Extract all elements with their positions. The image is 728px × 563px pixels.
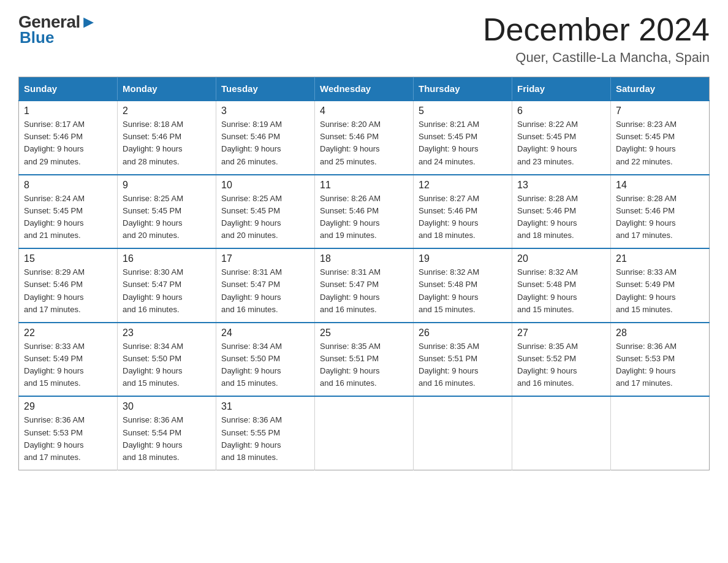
calendar-cell: 16Sunrise: 8:30 AMSunset: 5:47 PMDayligh… bbox=[118, 248, 216, 323]
col-thursday: Thursday bbox=[414, 77, 512, 101]
day-number: 15 bbox=[24, 253, 112, 264]
logo-arrow: ► bbox=[80, 12, 97, 31]
day-info: Sunrise: 8:21 AMSunset: 5:45 PMDaylight:… bbox=[419, 118, 507, 168]
day-info: Sunrise: 8:26 AMSunset: 5:46 PMDaylight:… bbox=[320, 193, 408, 242]
day-info: Sunrise: 8:36 AMSunset: 5:54 PMDaylight:… bbox=[123, 414, 211, 464]
calendar-cell: 12Sunrise: 8:27 AMSunset: 5:46 PMDayligh… bbox=[414, 175, 512, 249]
calendar-table: Sunday Monday Tuesday Wednesday Thursday… bbox=[18, 77, 710, 470]
day-number: 30 bbox=[123, 401, 211, 412]
calendar-cell bbox=[315, 396, 414, 470]
calendar-cell: 25Sunrise: 8:35 AMSunset: 5:51 PMDayligh… bbox=[315, 323, 414, 397]
main-title: December 2024 bbox=[483, 12, 710, 47]
day-number: 19 bbox=[419, 253, 507, 264]
calendar-cell: 13Sunrise: 8:28 AMSunset: 5:46 PMDayligh… bbox=[512, 175, 611, 249]
day-number: 26 bbox=[419, 327, 507, 339]
day-info: Sunrise: 8:25 AMSunset: 5:45 PMDaylight:… bbox=[123, 193, 211, 242]
col-wednesday: Wednesday bbox=[315, 77, 414, 101]
day-number: 27 bbox=[517, 327, 605, 339]
calendar-cell: 26Sunrise: 8:35 AMSunset: 5:51 PMDayligh… bbox=[414, 323, 512, 397]
day-info: Sunrise: 8:35 AMSunset: 5:51 PMDaylight:… bbox=[320, 340, 408, 390]
day-info: Sunrise: 8:32 AMSunset: 5:48 PMDaylight:… bbox=[419, 266, 507, 316]
day-info: Sunrise: 8:28 AMSunset: 5:46 PMDaylight:… bbox=[517, 193, 605, 242]
day-info: Sunrise: 8:24 AMSunset: 5:45 PMDaylight:… bbox=[24, 193, 112, 242]
day-number: 5 bbox=[419, 105, 507, 117]
col-sunday: Sunday bbox=[19, 77, 118, 101]
day-info: Sunrise: 8:35 AMSunset: 5:52 PMDaylight:… bbox=[517, 340, 605, 390]
day-info: Sunrise: 8:36 AMSunset: 5:55 PMDaylight:… bbox=[221, 414, 309, 464]
day-number: 16 bbox=[123, 253, 211, 264]
calendar-cell: 3Sunrise: 8:19 AMSunset: 5:46 PMDaylight… bbox=[216, 101, 315, 175]
day-info: Sunrise: 8:30 AMSunset: 5:47 PMDaylight:… bbox=[123, 266, 211, 316]
calendar-cell: 1Sunrise: 8:17 AMSunset: 5:46 PMDaylight… bbox=[19, 101, 118, 175]
calendar-cell: 27Sunrise: 8:35 AMSunset: 5:52 PMDayligh… bbox=[512, 323, 611, 397]
day-info: Sunrise: 8:22 AMSunset: 5:45 PMDaylight:… bbox=[517, 118, 605, 168]
day-info: Sunrise: 8:25 AMSunset: 5:45 PMDaylight:… bbox=[221, 193, 309, 242]
calendar-cell: 24Sunrise: 8:34 AMSunset: 5:50 PMDayligh… bbox=[216, 323, 315, 397]
day-number: 3 bbox=[221, 105, 309, 117]
calendar-week-4: 22Sunrise: 8:33 AMSunset: 5:49 PMDayligh… bbox=[19, 323, 710, 397]
day-info: Sunrise: 8:32 AMSunset: 5:48 PMDaylight:… bbox=[517, 266, 605, 316]
day-info: Sunrise: 8:36 AMSunset: 5:53 PMDaylight:… bbox=[24, 414, 112, 464]
calendar-cell: 30Sunrise: 8:36 AMSunset: 5:54 PMDayligh… bbox=[118, 396, 216, 470]
calendar-header: Sunday Monday Tuesday Wednesday Thursday… bbox=[19, 77, 710, 101]
day-number: 28 bbox=[616, 327, 704, 339]
day-info: Sunrise: 8:34 AMSunset: 5:50 PMDaylight:… bbox=[123, 340, 211, 390]
calendar-body: 1Sunrise: 8:17 AMSunset: 5:46 PMDaylight… bbox=[19, 101, 710, 470]
calendar-cell: 15Sunrise: 8:29 AMSunset: 5:46 PMDayligh… bbox=[19, 248, 118, 323]
day-info: Sunrise: 8:23 AMSunset: 5:45 PMDaylight:… bbox=[616, 118, 704, 168]
day-number: 10 bbox=[221, 180, 309, 191]
day-number: 7 bbox=[616, 105, 704, 117]
day-number: 22 bbox=[24, 327, 112, 339]
day-info: Sunrise: 8:19 AMSunset: 5:46 PMDaylight:… bbox=[221, 118, 309, 168]
col-monday: Monday bbox=[118, 77, 216, 101]
calendar-cell: 22Sunrise: 8:33 AMSunset: 5:49 PMDayligh… bbox=[19, 323, 118, 397]
calendar-cell: 10Sunrise: 8:25 AMSunset: 5:45 PMDayligh… bbox=[216, 175, 315, 249]
page-header: General► Blue December 2024 Quer, Castil… bbox=[18, 12, 710, 66]
col-tuesday: Tuesday bbox=[216, 77, 315, 101]
calendar-cell: 4Sunrise: 8:20 AMSunset: 5:46 PMDaylight… bbox=[315, 101, 414, 175]
day-info: Sunrise: 8:36 AMSunset: 5:53 PMDaylight:… bbox=[616, 340, 704, 390]
calendar-cell: 17Sunrise: 8:31 AMSunset: 5:47 PMDayligh… bbox=[216, 248, 315, 323]
calendar-cell bbox=[414, 396, 512, 470]
calendar-cell: 2Sunrise: 8:18 AMSunset: 5:46 PMDaylight… bbox=[118, 101, 216, 175]
calendar-cell: 14Sunrise: 8:28 AMSunset: 5:46 PMDayligh… bbox=[611, 175, 710, 249]
day-number: 1 bbox=[24, 105, 112, 117]
calendar-cell: 8Sunrise: 8:24 AMSunset: 5:45 PMDaylight… bbox=[19, 175, 118, 249]
calendar-cell: 20Sunrise: 8:32 AMSunset: 5:48 PMDayligh… bbox=[512, 248, 611, 323]
day-number: 13 bbox=[517, 180, 605, 191]
calendar-week-2: 8Sunrise: 8:24 AMSunset: 5:45 PMDaylight… bbox=[19, 175, 710, 249]
day-number: 31 bbox=[221, 401, 309, 412]
day-number: 25 bbox=[320, 327, 408, 339]
title-block: December 2024 Quer, Castille-La Mancha, … bbox=[483, 12, 710, 66]
calendar-week-1: 1Sunrise: 8:17 AMSunset: 5:46 PMDaylight… bbox=[19, 101, 710, 175]
calendar-cell: 21Sunrise: 8:33 AMSunset: 5:49 PMDayligh… bbox=[611, 248, 710, 323]
calendar-cell: 5Sunrise: 8:21 AMSunset: 5:45 PMDaylight… bbox=[414, 101, 512, 175]
day-number: 4 bbox=[320, 105, 408, 117]
day-number: 12 bbox=[419, 180, 507, 191]
calendar-week-5: 29Sunrise: 8:36 AMSunset: 5:53 PMDayligh… bbox=[19, 396, 710, 470]
day-info: Sunrise: 8:31 AMSunset: 5:47 PMDaylight:… bbox=[320, 266, 408, 316]
calendar-cell: 28Sunrise: 8:36 AMSunset: 5:53 PMDayligh… bbox=[611, 323, 710, 397]
subtitle: Quer, Castille-La Mancha, Spain bbox=[483, 50, 710, 66]
day-number: 6 bbox=[517, 105, 605, 117]
calendar-cell: 9Sunrise: 8:25 AMSunset: 5:45 PMDaylight… bbox=[118, 175, 216, 249]
day-number: 18 bbox=[320, 253, 408, 264]
calendar-cell: 18Sunrise: 8:31 AMSunset: 5:47 PMDayligh… bbox=[315, 248, 414, 323]
day-number: 2 bbox=[123, 105, 211, 117]
day-number: 23 bbox=[123, 327, 211, 339]
day-info: Sunrise: 8:27 AMSunset: 5:46 PMDaylight:… bbox=[419, 193, 507, 242]
calendar-cell: 23Sunrise: 8:34 AMSunset: 5:50 PMDayligh… bbox=[118, 323, 216, 397]
day-info: Sunrise: 8:31 AMSunset: 5:47 PMDaylight:… bbox=[221, 266, 309, 316]
calendar-cell bbox=[611, 396, 710, 470]
day-number: 21 bbox=[616, 253, 704, 264]
calendar-week-3: 15Sunrise: 8:29 AMSunset: 5:46 PMDayligh… bbox=[19, 248, 710, 323]
calendar-cell: 31Sunrise: 8:36 AMSunset: 5:55 PMDayligh… bbox=[216, 396, 315, 470]
day-info: Sunrise: 8:34 AMSunset: 5:50 PMDaylight:… bbox=[221, 340, 309, 390]
day-number: 29 bbox=[24, 401, 112, 412]
day-info: Sunrise: 8:29 AMSunset: 5:46 PMDaylight:… bbox=[24, 266, 112, 316]
calendar-cell: 19Sunrise: 8:32 AMSunset: 5:48 PMDayligh… bbox=[414, 248, 512, 323]
day-number: 9 bbox=[123, 180, 211, 191]
day-info: Sunrise: 8:28 AMSunset: 5:46 PMDaylight:… bbox=[616, 193, 704, 242]
day-number: 17 bbox=[221, 253, 309, 264]
logo: General► Blue bbox=[18, 12, 97, 47]
